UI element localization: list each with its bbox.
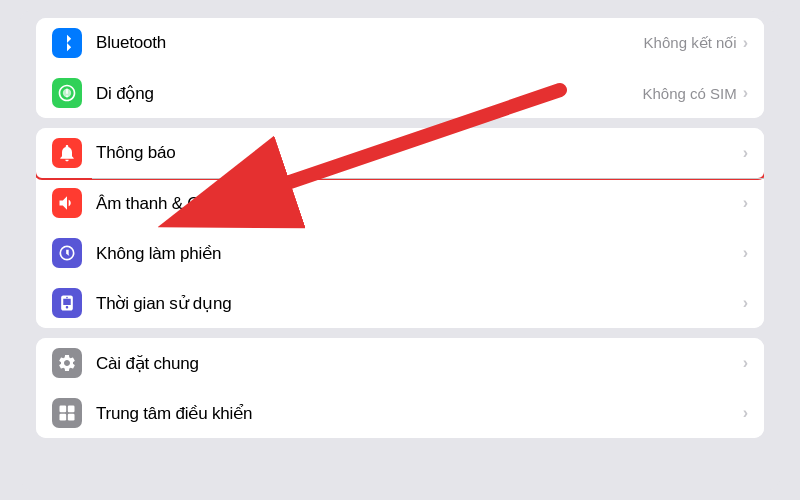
settings-screen: Bluetooth Không kết nối › Di động Không … — [20, 10, 780, 490]
general-chevron: › — [743, 354, 748, 372]
control-icon — [52, 398, 82, 428]
bluetooth-icon — [52, 28, 82, 58]
focus-row[interactable]: Không làm phiền › — [36, 228, 764, 278]
cellular-label: Di động — [96, 83, 642, 104]
bluetooth-chevron: › — [743, 34, 748, 52]
focus-icon — [52, 238, 82, 268]
svg-rect-4 — [68, 414, 75, 421]
svg-rect-3 — [60, 414, 67, 421]
bluetooth-label: Bluetooth — [96, 33, 644, 53]
notifications-icon — [52, 138, 82, 168]
sounds-chevron: › — [743, 194, 748, 212]
control-chevron: › — [743, 404, 748, 422]
sounds-label: Âm thanh & Cảm — [96, 193, 737, 214]
svg-rect-1 — [60, 406, 67, 413]
control-row[interactable]: Trung tâm điều khiển › — [36, 388, 764, 438]
general-icon — [52, 348, 82, 378]
focus-chevron: › — [743, 244, 748, 262]
screentime-row[interactable]: Thời gian sử dụng › — [36, 278, 764, 328]
general-row[interactable]: Cài đặt chung › — [36, 338, 764, 388]
cellular-value: Không có SIM — [642, 85, 736, 102]
cellular-chevron: › — [743, 84, 748, 102]
general-group: Cài đặt chung › Trung tâm điều khiển › — [36, 338, 764, 438]
general-label: Cài đặt chung — [96, 353, 737, 374]
notifications-group: Thông báo › Âm thanh & Cảm › Không làm p… — [36, 128, 764, 328]
bluetooth-row[interactable]: Bluetooth Không kết nối › — [36, 18, 764, 68]
control-label: Trung tâm điều khiển — [96, 403, 737, 424]
focus-label: Không làm phiền — [96, 243, 737, 264]
cellular-icon — [52, 78, 82, 108]
notifications-row[interactable]: Thông báo › — [36, 128, 764, 178]
sounds-icon — [52, 188, 82, 218]
svg-rect-2 — [68, 406, 75, 413]
connectivity-group: Bluetooth Không kết nối › Di động Không … — [36, 18, 764, 118]
screentime-chevron: › — [743, 294, 748, 312]
cellular-row[interactable]: Di động Không có SIM › — [36, 68, 764, 118]
sounds-row[interactable]: Âm thanh & Cảm › — [36, 178, 764, 228]
notifications-label: Thông báo — [96, 143, 737, 163]
screentime-label: Thời gian sử dụng — [96, 293, 737, 314]
screentime-icon — [52, 288, 82, 318]
notifications-chevron: › — [743, 144, 748, 162]
bluetooth-value: Không kết nối — [644, 34, 737, 52]
